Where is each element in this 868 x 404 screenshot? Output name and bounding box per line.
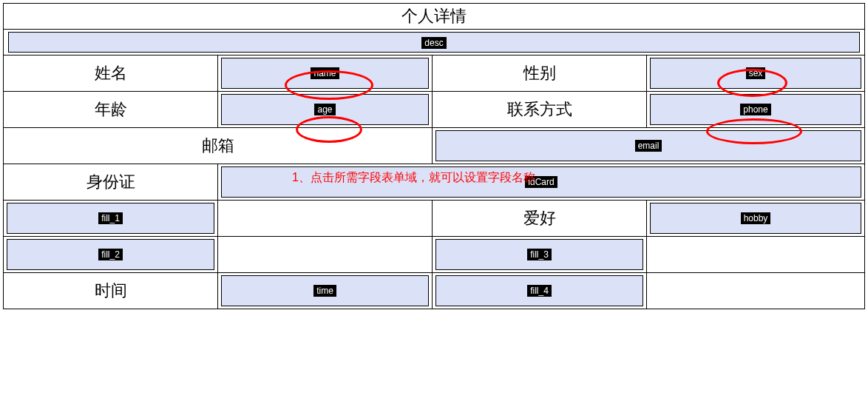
row-hobby: fill_1 爱好 hobby xyxy=(4,201,864,237)
field-tag-idcard: idCard xyxy=(525,176,557,188)
field-idcard[interactable]: idCard xyxy=(221,166,861,198)
field-tag-sex: sex xyxy=(746,67,766,79)
label-age: 年龄 xyxy=(4,92,218,127)
label-time: 时间 xyxy=(4,273,218,309)
cell-blank-1 xyxy=(218,201,433,236)
field-fill3[interactable]: fill_3 xyxy=(435,239,643,270)
field-tag-fill2: fill_2 xyxy=(98,249,123,260)
cell-time: time xyxy=(218,273,433,309)
field-tag-hobby: hobby xyxy=(741,212,771,224)
field-desc[interactable]: desc xyxy=(8,32,860,53)
row-name-sex: 姓名 name 性别 sex xyxy=(4,55,864,92)
label-sex: 性别 xyxy=(433,55,647,91)
field-time[interactable]: time xyxy=(221,275,429,306)
cell-fill1: fill_1 xyxy=(4,201,218,236)
field-tag-fill3: fill_3 xyxy=(527,249,552,260)
cell-fill3: fill_3 xyxy=(433,237,647,272)
row-idcard: 身份证 idCard xyxy=(4,164,864,201)
page-title: 个人详情 xyxy=(4,4,864,30)
field-tag-name: name xyxy=(311,67,339,79)
cell-blank-2 xyxy=(218,237,433,272)
cell-email: email xyxy=(433,128,864,164)
label-hobby: 爱好 xyxy=(433,201,647,236)
label-idcard: 身份证 xyxy=(4,164,218,200)
field-tag-fill4: fill_4 xyxy=(527,285,552,297)
field-tag-phone: phone xyxy=(740,104,770,115)
field-fill4[interactable]: fill_4 xyxy=(435,275,643,306)
field-tag-time: time xyxy=(313,285,336,297)
form-designer-container: 个人详情 desc 姓名 name 性别 sex 年龄 age 联系方式 xyxy=(3,3,865,309)
cell-fill4: fill_4 xyxy=(433,273,647,309)
label-email: 邮箱 xyxy=(4,128,433,164)
row-age-phone: 年龄 age 联系方式 phone xyxy=(4,92,864,128)
field-tag-age: age xyxy=(314,104,335,115)
row-fill23: fill_2 fill_3 xyxy=(4,237,864,273)
field-tag-fill1: fill_1 xyxy=(98,212,123,224)
field-hobby[interactable]: hobby xyxy=(650,203,861,234)
label-phone: 联系方式 xyxy=(433,92,647,127)
label-name: 姓名 xyxy=(4,55,218,91)
cell-blank-3 xyxy=(647,237,864,272)
desc-row: desc xyxy=(4,30,864,55)
cell-age: age xyxy=(218,92,433,127)
field-phone[interactable]: phone xyxy=(650,94,861,125)
cell-sex: sex xyxy=(647,55,864,91)
cell-blank-4 xyxy=(647,273,864,309)
field-age[interactable]: age xyxy=(221,94,429,125)
cell-idcard: idCard xyxy=(218,164,864,200)
field-fill2[interactable]: fill_2 xyxy=(7,239,214,270)
cell-hobby: hobby xyxy=(647,201,864,236)
field-tag-email: email xyxy=(635,140,662,152)
field-email[interactable]: email xyxy=(435,130,861,161)
field-name[interactable]: name xyxy=(221,58,429,89)
row-time: 时间 time fill_4 xyxy=(4,273,864,309)
field-sex[interactable]: sex xyxy=(650,58,861,89)
cell-fill2: fill_2 xyxy=(4,237,218,272)
field-tag-desc: desc xyxy=(421,37,446,49)
field-fill1[interactable]: fill_1 xyxy=(7,203,214,234)
cell-phone: phone xyxy=(647,92,864,127)
row-email: 邮箱 email xyxy=(4,128,864,164)
cell-name: name xyxy=(218,55,433,91)
